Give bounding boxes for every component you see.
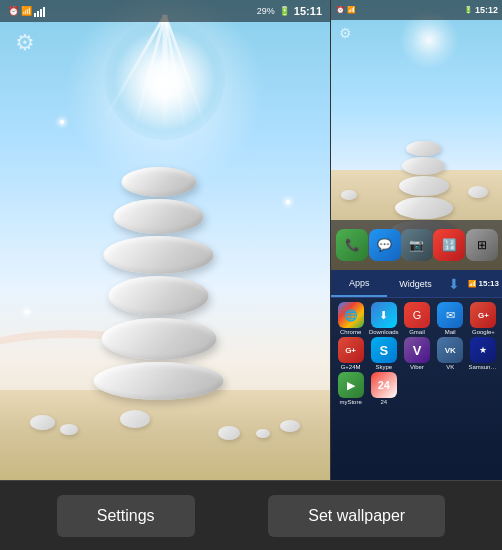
chrome-icon: 🌐 [338, 302, 364, 328]
gplus2-icon: G+ [338, 337, 364, 363]
app-skype[interactable]: S Skype [368, 337, 399, 370]
main-container: ⏰ 📶 29% 🔋 15:11 ⚙ [0, 0, 502, 550]
wifi-icon: 📶 [21, 6, 32, 16]
bottom-buttons: Settings Set wallpaper [0, 480, 502, 550]
right-app-drawer: Apps Widgets ⬇ 📶 15:13 🌐 Chrome [331, 270, 502, 480]
drawer-status: 📶 15:13 [468, 279, 502, 288]
app-samsung[interactable]: ★ Samsung apps [468, 337, 499, 370]
status-right: 29% 🔋 15:11 [257, 5, 322, 17]
vk-label: VK [446, 364, 454, 370]
battery-icon: 🔋 [279, 6, 290, 16]
status-bar-left: ⏰ 📶 29% 🔋 15:11 [0, 0, 330, 22]
small-stone-6 [218, 426, 240, 440]
small-stone-1 [30, 415, 55, 430]
small-stone-2 [60, 424, 78, 435]
stone-4 [109, 276, 209, 316]
dock-messages-icon[interactable]: 💬 [369, 229, 401, 261]
app-vk[interactable]: VK VK [435, 337, 466, 370]
skype-label: Skype [375, 364, 392, 370]
stone-2 [114, 199, 204, 234]
stone-base [94, 362, 224, 400]
time-display-left: 15:11 [294, 5, 322, 17]
status-icons-left: ⏰ 📶 [8, 5, 45, 17]
dock-apps-icon[interactable]: ⊞ [466, 229, 498, 261]
small-stone-3 [280, 420, 300, 432]
app-viber[interactable]: V Viber [401, 337, 432, 370]
time-display-right-top: 15:12 [475, 5, 498, 15]
samsung-label: Samsung apps [468, 364, 498, 370]
drawer-tab-bar: Apps Widgets ⬇ 📶 15:13 [331, 270, 502, 298]
mystore-icon: ▶ [338, 372, 364, 398]
app-mystore[interactable]: ▶ myStore [335, 372, 366, 405]
alarm-icon: ⏰ [8, 6, 19, 16]
downloads-label: Downloads [369, 329, 399, 335]
right-preview: ⏰ 📶 🔋 15:12 ⚙ [330, 0, 502, 480]
app-mail[interactable]: ✉ Mail [435, 302, 466, 335]
right-status-icons: ⏰ 📶 [336, 6, 356, 14]
app-chrome[interactable]: 🌐 Chrome [335, 302, 366, 335]
app-gplus2[interactable]: G+ G+24M [335, 337, 366, 370]
downloads-icon: ⬇ [371, 302, 397, 328]
right-stone-3 [399, 176, 449, 196]
stone-5 [101, 318, 216, 360]
skype-icon: S [371, 337, 397, 363]
right-stone-4 [395, 197, 453, 219]
sparkle-1 [60, 120, 64, 124]
gmail-label: Gmail [409, 329, 425, 335]
mail-icon: ✉ [437, 302, 463, 328]
mail-label: Mail [445, 329, 456, 335]
app-gmail[interactable]: G Gmail [401, 302, 432, 335]
settings-button[interactable]: Settings [57, 495, 195, 537]
sparkle-2 [286, 200, 290, 204]
app-downloads[interactable]: ⬇ Downloads [368, 302, 399, 335]
right-phone-top: ⏰ 📶 🔋 15:12 ⚙ [331, 0, 502, 270]
right-dock: 📞 💬 📷 🔢 ⊞ [331, 220, 502, 270]
gplus-label: Google+ [472, 329, 495, 335]
dock-phone-icon[interactable]: 📞 [336, 229, 368, 261]
right-status-bar-top: ⏰ 📶 🔋 15:12 [331, 0, 502, 20]
battery-text: 29% [257, 6, 275, 16]
small-stone-4 [256, 429, 270, 438]
time-display-right-bottom: 15:13 [479, 279, 499, 288]
right-status-time-group: 🔋 15:12 [464, 5, 498, 15]
vk-icon: VK [437, 337, 463, 363]
stone-top [121, 167, 196, 197]
mystore-label: myStore [339, 399, 361, 405]
viber-icon: V [404, 337, 430, 363]
tab-download-icon[interactable]: ⬇ [444, 276, 468, 292]
dock-camera-icon[interactable]: 📷 [401, 229, 433, 261]
right-stone-2 [402, 157, 445, 175]
sparkle-3 [25, 310, 29, 314]
tab-widgets[interactable]: Widgets [387, 270, 443, 297]
gplus2-label: G+24M [341, 364, 361, 370]
signal-icon [34, 5, 45, 17]
gplus-icon: G+ [470, 302, 496, 328]
app-gplus[interactable]: G+ Google+ [468, 302, 499, 335]
calendar-label: 24 [380, 399, 387, 405]
settings-gear-icon[interactable]: ⚙ [15, 30, 35, 56]
dock-calculator-icon[interactable]: 🔢 [433, 229, 465, 261]
stone-3 [104, 236, 214, 274]
preview-area: ⏰ 📶 29% 🔋 15:11 ⚙ [0, 0, 502, 480]
app-calendar[interactable]: 24 24 [368, 372, 399, 405]
samsung-icon: ★ [470, 337, 496, 363]
chrome-label: Chrome [340, 329, 361, 335]
set-wallpaper-button[interactable]: Set wallpaper [268, 495, 445, 537]
right-small-stone-2 [468, 186, 488, 198]
stones-stack-left [94, 167, 224, 400]
small-stone-5 [120, 410, 150, 428]
right-gear-icon[interactable]: ⚙ [339, 25, 352, 41]
tab-apps[interactable]: Apps [331, 270, 387, 297]
right-small-stone-1 [341, 190, 357, 200]
viber-label: Viber [410, 364, 424, 370]
right-stone-top [406, 141, 441, 156]
calendar-icon: 24 [371, 372, 397, 398]
light-ray-3 [163, 15, 168, 135]
gmail-icon: G [404, 302, 430, 328]
left-preview: ⏰ 📶 29% 🔋 15:11 ⚙ [0, 0, 330, 480]
app-grid: 🌐 Chrome ⬇ Downloads G Gmail ✉ Mail [331, 298, 502, 409]
